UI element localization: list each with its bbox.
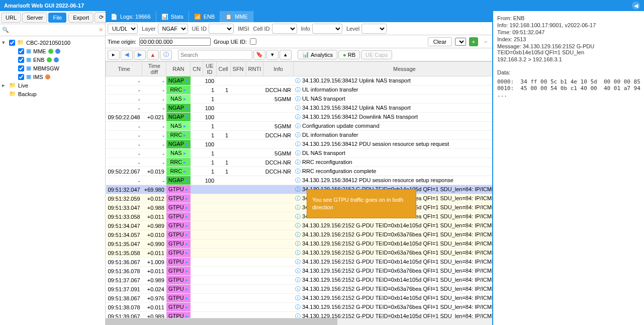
table-row[interactable]: --NAS ▸15GMMⓘUL NAS transport bbox=[106, 95, 493, 104]
expand-icon[interactable]: ▸ bbox=[2, 82, 7, 89]
tree-item[interactable]: ▦MME bbox=[2, 47, 103, 55]
tree-item[interactable]: ▦IMS bbox=[2, 72, 103, 81]
table-row[interactable]: 09:51:38.067+0.976GTPU ▸ⓘ34.130.129.156:… bbox=[106, 294, 493, 303]
group-ueid-checkbox[interactable] bbox=[250, 38, 256, 45]
table-row[interactable]: 09:51:37.067+0.989GTPU ▸ⓘ34.130.129.156:… bbox=[106, 276, 493, 285]
info-toggle-icon[interactable]: ⓘ bbox=[160, 50, 172, 60]
layer-select[interactable]: NGAF bbox=[158, 24, 188, 34]
tree-checkbox[interactable] bbox=[9, 40, 15, 46]
warning-icon[interactable]: ▲ bbox=[147, 50, 159, 60]
preset-select[interactable] bbox=[455, 38, 466, 46]
uecaps-button[interactable]: UE Caps bbox=[361, 50, 392, 59]
column-header[interactable]: SFN bbox=[230, 62, 246, 76]
table-row[interactable]: 09:51:34.047+0.989GTPU ▸ⓘ34.130.129.156:… bbox=[106, 221, 493, 230]
tree-backup[interactable]: 📁 Backup bbox=[2, 90, 103, 98]
export-button[interactable]: Export bbox=[68, 13, 94, 23]
rb-button[interactable]: ●RB bbox=[338, 50, 360, 59]
table-row[interactable]: --NGAP ▸100ⓘ34.130.129.156:38412 Uplink … bbox=[106, 76, 493, 86]
table-row[interactable]: --RRC ▸11DCCH-NRⓘUL information transfer bbox=[106, 86, 493, 95]
table-row[interactable]: --RRC ▸11DCCH-NRⓘDL information transfer bbox=[106, 131, 493, 140]
column-header[interactable]: CN bbox=[191, 62, 203, 76]
tree-live[interactable]: ▸ 📁 Live bbox=[2, 81, 103, 90]
tree-checkbox[interactable] bbox=[18, 65, 24, 71]
table-row[interactable]: 09:51:38.078+0.011GTPU ▸ⓘ34.130.129.156:… bbox=[106, 303, 493, 312]
url-button[interactable]: URL bbox=[1, 13, 21, 23]
column-header[interactable]: Message bbox=[293, 62, 492, 76]
info-icon: ⓘ bbox=[295, 77, 301, 84]
table-row[interactable]: 09:51:33.047+0.988GTPU ▸ⓘ34.130.129.156:… bbox=[106, 203, 493, 212]
arrow-icon: ▸ bbox=[186, 114, 189, 120]
time-origin-label: Time origin: bbox=[108, 39, 136, 45]
table-row[interactable]: 09:51:32.047+69.980GTPU ▸ⓘ34.130.129.156… bbox=[106, 185, 493, 194]
uldl-select[interactable]: UL/DL bbox=[108, 24, 138, 34]
sidebar-search[interactable]: 🔍 ✕ bbox=[0, 24, 105, 36]
column-header[interactable]: RNTI bbox=[246, 62, 263, 76]
table-row[interactable]: 09:51:35.047+0.990GTPU ▸ⓘ34.130.129.156:… bbox=[106, 239, 493, 249]
filter-down-icon[interactable]: ▾ bbox=[266, 50, 279, 60]
table-row[interactable]: 09:51:32.059+0.012GTPU ▸ⓘ34.130.129.156:… bbox=[106, 194, 493, 203]
tree-item[interactable]: ▦ENB bbox=[2, 55, 103, 64]
next-icon[interactable]: ▶ bbox=[134, 50, 146, 60]
bookmark-icon[interactable]: 🔖 bbox=[253, 50, 265, 60]
table-row[interactable]: 09:51:37.091+0.024GTPU ▸ⓘ34.130.129.156:… bbox=[106, 285, 493, 294]
clear-button[interactable]: Clear bbox=[428, 37, 452, 46]
table-row[interactable]: --NAS ▸15GMMⓘDL NAS transport bbox=[106, 149, 493, 158]
h-scrollbar[interactable] bbox=[106, 318, 492, 325]
column-header[interactable]: Info bbox=[263, 62, 293, 76]
detail-panel: From: ENB Info: 192.168.100.17:9001, v20… bbox=[493, 11, 644, 325]
prev-icon[interactable]: ◀ bbox=[121, 50, 133, 60]
ueid-select[interactable] bbox=[209, 24, 234, 34]
arrow-icon: ▸ bbox=[183, 159, 187, 165]
table-row[interactable]: --RRC ▸11DCCH-NRⓘRRC reconfiguration bbox=[106, 158, 493, 167]
time-origin-input[interactable] bbox=[139, 38, 211, 46]
arrow-icon: ▸ bbox=[186, 313, 189, 318]
tree-checkbox[interactable] bbox=[18, 57, 24, 63]
table-row[interactable]: --NAS ▸15GMMⓘConfiguration update comman… bbox=[106, 122, 493, 131]
tab-stats[interactable]: 📊Stats bbox=[156, 11, 189, 22]
tab-logs[interactable]: 📄Logs: 19666 bbox=[106, 11, 156, 22]
column-header[interactable]: RAN bbox=[166, 62, 191, 76]
level-select[interactable] bbox=[361, 24, 387, 34]
remove-icon[interactable]: − bbox=[481, 37, 490, 46]
column-header[interactable]: UE ID bbox=[203, 62, 216, 76]
search-input[interactable] bbox=[178, 50, 252, 60]
play-icon[interactable]: ▸ bbox=[108, 50, 120, 60]
table-row[interactable]: 09:50:22.048+0.021NGAP ▸100ⓘ34.130.129.1… bbox=[106, 113, 493, 122]
column-header[interactable]: Time diff bbox=[142, 62, 166, 76]
tree-checkbox[interactable] bbox=[18, 74, 24, 80]
arrow-icon: ▸ bbox=[186, 141, 189, 147]
tree-item[interactable]: ▦MBMSGW bbox=[2, 64, 103, 72]
clear-search-icon[interactable]: ✕ bbox=[99, 27, 103, 33]
tree-checkbox[interactable] bbox=[18, 48, 24, 54]
filter-up-icon[interactable]: ▴ bbox=[280, 50, 292, 60]
table-row[interactable]: 09:51:39.067+0.989GTPU ▸ⓘ34.130.129.156:… bbox=[106, 312, 493, 318]
tree-root[interactable]: ▾ 📁 CBC-2021050100 bbox=[2, 38, 103, 47]
table-row[interactable]: --NGAP ▸100ⓘ34.130.129.156:38412 PDU ses… bbox=[106, 176, 493, 185]
expand-icon[interactable]: ▾ bbox=[2, 39, 7, 46]
tab-enb[interactable]: 📶ENB bbox=[189, 11, 221, 22]
collapse-left-icon[interactable]: ◀ bbox=[632, 2, 640, 10]
folder-icon: 📁 bbox=[17, 39, 24, 46]
tab-mme[interactable]: 📋MME bbox=[220, 11, 253, 22]
file-button[interactable]: File bbox=[48, 13, 66, 23]
column-header[interactable]: Cell bbox=[216, 62, 230, 76]
table-row[interactable]: 09:51:35.058+0.011GTPU ▸ⓘ34.130.129.156:… bbox=[106, 249, 493, 258]
table-row[interactable]: 09:51:36.078+0.011GTPU ▸ⓘ34.130.129.156:… bbox=[106, 267, 493, 276]
cellid-select[interactable] bbox=[272, 24, 297, 34]
table-row[interactable]: --NGAP ▸100ⓘ34.130.129.156:38412 Uplink … bbox=[106, 104, 493, 113]
info-icon: ⓘ bbox=[295, 114, 301, 120]
table-row[interactable]: 09:51:36.067+1.009GTPU ▸ⓘ34.130.129.156:… bbox=[106, 258, 493, 267]
table-row[interactable]: 09:50:22.067+0.019RRC ▸11DCCH-NRⓘRRC rec… bbox=[106, 167, 493, 176]
table-row[interactable]: 09:51:33.058+0.011GTPU ▸ⓘ34.130.129.156:… bbox=[106, 212, 493, 221]
info-select[interactable] bbox=[312, 24, 342, 34]
table-row[interactable]: --NGAP ▸100ⓘ34.130.129.156:38412 PDU ses… bbox=[106, 140, 493, 149]
info-icon: ⓘ bbox=[295, 141, 301, 147]
server-button[interactable]: Server bbox=[22, 13, 47, 23]
column-header[interactable]: Time bbox=[106, 62, 142, 76]
log-table-wrap[interactable]: TimeTime diffRANCNUE IDCellSFNRNTIInfoMe… bbox=[106, 61, 492, 318]
analytics-button[interactable]: 📊Analytics bbox=[298, 50, 337, 59]
app-title: Amarisoft Web GUI 2022-06-17 bbox=[4, 3, 84, 9]
add-icon[interactable]: + bbox=[469, 37, 478, 46]
table-row[interactable]: 09:51:34.057+0.010GTPU ▸ⓘ34.130.129.156:… bbox=[106, 230, 493, 239]
info-icon: ⓘ bbox=[295, 159, 301, 165]
